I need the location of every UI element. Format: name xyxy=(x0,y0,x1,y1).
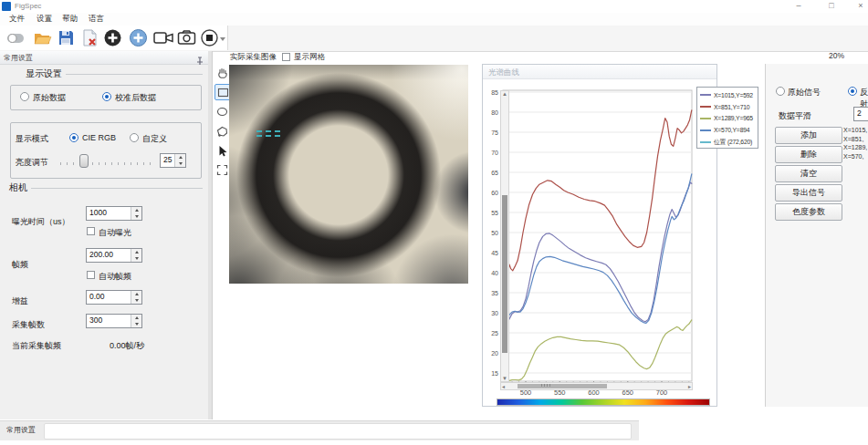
svg-text:75: 75 xyxy=(491,129,498,136)
menu-language[interactable]: 语言 xyxy=(89,14,104,25)
radio-original-signal-label: 原始信号 xyxy=(788,87,821,98)
open-folder-icon[interactable] xyxy=(33,28,52,47)
frame-count-value[interactable]: 300 xyxy=(87,315,131,327)
photo-capture-icon[interactable] xyxy=(177,28,196,47)
hand-pan-icon[interactable] xyxy=(214,65,229,79)
svg-text:35: 35 xyxy=(491,290,498,296)
video-capture-icon[interactable] xyxy=(153,28,173,47)
slider-thumb[interactable] xyxy=(79,154,89,168)
auto-exposure-checkbox[interactable] xyxy=(87,227,95,235)
divider xyxy=(66,74,203,75)
gain-spinner[interactable]: 0.00 xyxy=(86,290,142,305)
clear-document-icon[interactable] xyxy=(80,28,99,47)
add-button[interactable]: 添加 xyxy=(775,127,842,144)
pin-icon[interactable] xyxy=(195,53,204,69)
radio-cie-rgb-label: CIE RGB xyxy=(82,133,116,142)
point-entry: X=851, xyxy=(843,135,867,144)
chart-legend: X=1015,Y=592 X=851,Y=710 X=1289,Y=965 X=… xyxy=(696,87,758,149)
legend-swatch xyxy=(700,129,711,131)
radio-custom[interactable] xyxy=(130,133,139,142)
horizontal-scroll-thumb[interactable] xyxy=(518,384,607,388)
radio-calibrated-data-label: 校准后数据 xyxy=(115,92,156,104)
chart-horizontal-scrollbar[interactable]: ◂ ▸ xyxy=(500,382,693,390)
radio-raw-data[interactable] xyxy=(20,92,29,101)
lasso-select-icon[interactable] xyxy=(214,124,229,139)
spectrum-colorbar xyxy=(497,398,710,406)
capture-image-label: 实际采集图像 xyxy=(230,52,277,63)
brightness-spinner[interactable]: 25 xyxy=(160,153,186,168)
position-marker xyxy=(256,130,280,138)
toolbar-overflow-caret[interactable] xyxy=(220,37,225,41)
ellipse-select-icon[interactable] xyxy=(214,104,229,119)
legend-item: X=1015,Y=592 xyxy=(697,89,758,101)
stop-record-icon[interactable] xyxy=(200,28,219,47)
vertical-scroll-thumb[interactable] xyxy=(502,195,507,353)
divider xyxy=(31,188,203,189)
menu-file[interactable]: 文件 xyxy=(9,14,25,25)
spinner-buttons[interactable] xyxy=(131,291,141,304)
svg-text:80: 80 xyxy=(491,109,498,116)
radio-raw-data-label: 原始数据 xyxy=(33,92,66,104)
delete-button[interactable]: 删除 xyxy=(775,146,842,163)
zoom-level-label: 20% xyxy=(829,51,844,60)
auto-framerate-label: 自动帧频 xyxy=(99,271,131,283)
radio-calibrated-data[interactable] xyxy=(102,92,111,101)
smoothing-label: 数据平滑 xyxy=(779,110,811,122)
auto-framerate-checkbox[interactable] xyxy=(87,271,95,279)
spectral-chart: 1520253035404550556065707580855005506006… xyxy=(483,65,716,406)
spectral-chart-panel: 光谱曲线 15202530354045505560657075808550055… xyxy=(482,64,717,407)
save-icon[interactable] xyxy=(57,28,76,47)
expand-view-icon[interactable] xyxy=(214,162,229,177)
radio-cie-rgb[interactable] xyxy=(69,133,78,142)
gain-value[interactable]: 0.00 xyxy=(87,291,131,304)
bottom-tab-settings[interactable]: 常用设置 xyxy=(6,425,36,435)
spinner-buttons[interactable] xyxy=(131,249,141,262)
export-signal-button[interactable]: 导出信号 xyxy=(775,184,842,202)
svg-text:25: 25 xyxy=(491,330,498,336)
minimize-button[interactable]: – xyxy=(787,0,810,12)
radio-reflectance[interactable] xyxy=(848,87,857,96)
framerate-label: 帧频 xyxy=(12,259,28,271)
maximize-button[interactable]: □ xyxy=(820,0,843,12)
legend-item: X=570,Y=894 xyxy=(697,124,758,136)
menu-bar xyxy=(0,13,868,26)
point-entry: X=570, xyxy=(843,152,867,161)
display-settings-label: 显示设置 xyxy=(26,67,67,80)
current-rate-label: 当前采集帧频 xyxy=(12,340,61,352)
svg-text:60: 60 xyxy=(491,190,498,196)
brightness-slider[interactable] xyxy=(60,153,153,168)
point-entry: X=1015, xyxy=(843,126,867,135)
show-grid-checkbox[interactable] xyxy=(282,53,290,61)
spinner-buttons[interactable] xyxy=(131,207,141,220)
radio-custom-label: 自定义 xyxy=(142,133,167,145)
sample-point-list: X=1015, X=851, X=1289, X=570, xyxy=(843,126,867,160)
smoothing-spinner[interactable]: 2 xyxy=(853,107,868,121)
spinner-buttons[interactable] xyxy=(174,154,185,167)
exposure-spinner[interactable]: 1000 xyxy=(86,206,142,221)
menu-help[interactable]: 帮助 xyxy=(62,14,78,25)
chromaticity-button[interactable]: 色度参数 xyxy=(775,203,842,221)
microscope-image[interactable] xyxy=(229,65,468,284)
close-button[interactable]: × xyxy=(849,0,868,12)
status-inset xyxy=(44,423,632,440)
framerate-value[interactable]: 200.00 xyxy=(87,249,131,262)
svg-text:50: 50 xyxy=(491,230,498,236)
brightness-value[interactable]: 25 xyxy=(161,154,174,167)
toggle-switch-icon[interactable] xyxy=(6,28,26,47)
spinner-buttons[interactable] xyxy=(131,315,141,327)
exposure-value[interactable]: 1000 xyxy=(87,207,131,220)
frame-count-spinner[interactable]: 300 xyxy=(86,314,142,328)
svg-text:30: 30 xyxy=(491,310,498,316)
menu-settings[interactable]: 设置 xyxy=(37,14,52,25)
add-blue-icon[interactable] xyxy=(129,28,148,47)
radio-original-signal[interactable] xyxy=(776,87,785,96)
slider-track xyxy=(60,162,153,165)
chart-vertical-scrollbar[interactable]: ▲ ▼ xyxy=(500,90,509,382)
signal-panel: 原始信号 反射 数据平滑 2 添加 删除 清空 导出信号 色度参数 X=1015… xyxy=(766,64,868,407)
svg-text:20: 20 xyxy=(491,350,498,357)
add-black-icon[interactable] xyxy=(103,28,122,47)
smoothing-value[interactable]: 2 xyxy=(854,108,868,120)
cursor-arrow-icon[interactable] xyxy=(214,143,229,158)
clear-button[interactable]: 清空 xyxy=(775,165,842,182)
framerate-spinner[interactable]: 200.00 xyxy=(86,248,142,263)
